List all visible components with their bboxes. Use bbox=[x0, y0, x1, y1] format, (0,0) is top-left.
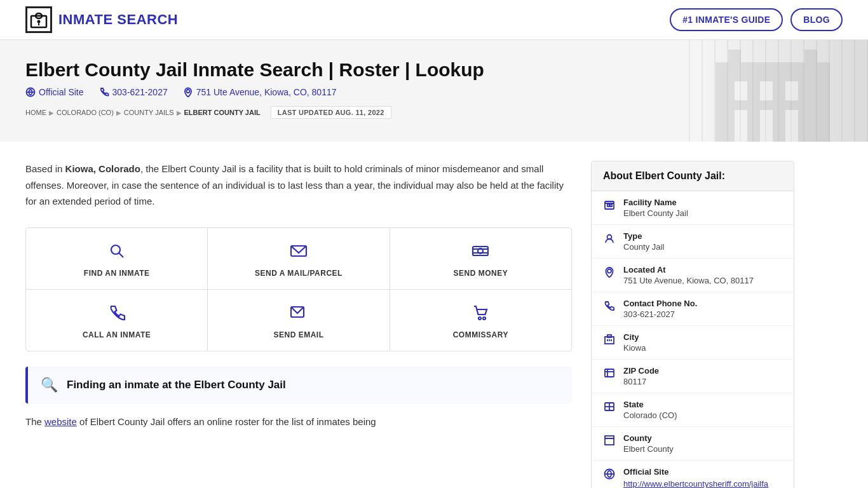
action-cell-find-inmate[interactable]: FIND AN INMATE bbox=[26, 228, 208, 289]
logo[interactable]: INMATE SEARCH bbox=[25, 6, 178, 33]
action-cell-send-email[interactable]: SEND EMAIL bbox=[208, 290, 390, 351]
send-email-label: SEND EMAIL bbox=[273, 330, 323, 339]
action-cell-send-money[interactable]: SEND MONEY bbox=[390, 228, 571, 289]
sidebar-value-link-official[interactable]: http://www.elbertcountysheriff.com/jailf… bbox=[623, 479, 768, 488]
sidebar-row-state: State Colorado (CO) bbox=[592, 393, 794, 427]
breadcrumb-county-jails[interactable]: COUNTY JAILS bbox=[124, 109, 174, 116]
sidebar-value-city: Kiowa bbox=[623, 343, 646, 353]
send-money-label: SEND MONEY bbox=[453, 269, 508, 278]
sidebar-icon-zip bbox=[603, 367, 616, 382]
sidebar-label-location: Located At bbox=[623, 265, 754, 274]
sidebar-label-county: County bbox=[623, 433, 674, 443]
sidebar: About Elbert County Jail: Facility Name … bbox=[591, 161, 794, 488]
send-email-icon bbox=[290, 304, 308, 324]
blog-button[interactable]: BLOG bbox=[790, 8, 843, 31]
sidebar-row-facility: Facility Name Elbert County Jail bbox=[592, 191, 794, 225]
svg-rect-12 bbox=[785, 110, 798, 142]
svg-rect-28 bbox=[610, 204, 612, 207]
commissary-label: COMMISSARY bbox=[453, 330, 508, 339]
call-inmate-label: CALL AN INMATE bbox=[83, 330, 151, 339]
svg-rect-7 bbox=[735, 81, 747, 100]
header: INMATE SEARCH #1 INMATE'S GUIDE BLOG bbox=[0, 0, 868, 40]
sidebar-icon-location bbox=[603, 266, 616, 281]
svg-rect-43 bbox=[605, 438, 614, 445]
svg-rect-5 bbox=[728, 50, 741, 65]
send-mail-icon bbox=[290, 242, 308, 262]
svg-rect-6 bbox=[804, 50, 817, 65]
sidebar-row-official: Official Site http://www.elbertcountyshe… bbox=[592, 461, 794, 488]
finding-section: 🔍 Finding an inmate at the Elbert County… bbox=[25, 367, 572, 403]
action-grid: FIND AN INMATE SEND A MAIL/PARCEL SEND M… bbox=[25, 227, 572, 351]
svg-point-2 bbox=[37, 20, 41, 24]
sidebar-rows: Facility Name Elbert County Jail Type Co… bbox=[592, 191, 794, 488]
sidebar-icon-state bbox=[603, 401, 616, 416]
svg-point-15 bbox=[111, 245, 120, 254]
sidebar-row-county: County Elbert County bbox=[592, 427, 794, 461]
main-layout: Based in Kiowa, Colorado, the Elbert Cou… bbox=[0, 142, 868, 488]
sidebar-row-city: City Kiowa bbox=[592, 326, 794, 360]
last-updated-badge: LAST UPDATED AUG. 11, 2022 bbox=[271, 106, 391, 119]
find-inmate-icon bbox=[108, 242, 126, 262]
sidebar-row-zip: ZIP Code 80117 bbox=[592, 360, 794, 393]
svg-point-31 bbox=[607, 269, 611, 273]
official-site-link[interactable]: Official Site bbox=[25, 87, 84, 97]
sidebar-label-type: Type bbox=[623, 231, 664, 241]
page-title: Elbert County Jail Inmate Search | Roste… bbox=[25, 59, 546, 81]
breadcrumb-home[interactable]: HOME bbox=[25, 109, 46, 116]
sidebar-label-facility: Facility Name bbox=[623, 198, 688, 207]
svg-rect-11 bbox=[760, 110, 773, 142]
sidebar-row-location: Located At 751 Ute Avenue, Kiowa, CO, 80… bbox=[592, 259, 794, 292]
sidebar-icon-facility bbox=[603, 199, 616, 214]
description-text: Based in Kiowa, Colorado, the Elbert Cou… bbox=[25, 161, 572, 210]
svg-point-14 bbox=[186, 90, 189, 93]
header-nav: #1 INMATE'S GUIDE BLOG bbox=[670, 8, 843, 31]
sidebar-value-phone: 303-621-2027 bbox=[623, 309, 697, 319]
action-cell-send-mail[interactable]: SEND A MAIL/PARCEL bbox=[208, 228, 390, 289]
logo-icon bbox=[25, 6, 52, 33]
sidebar-label-state: State bbox=[623, 400, 677, 409]
finding-title: Finding an inmate at the Elbert County J… bbox=[67, 379, 286, 391]
svg-rect-10 bbox=[735, 110, 747, 142]
svg-rect-44 bbox=[605, 436, 614, 438]
sidebar-card-header: About Elbert County Jail: bbox=[592, 161, 794, 191]
sidebar-label-official: Official Site bbox=[623, 467, 768, 477]
svg-point-24 bbox=[478, 317, 481, 320]
send-mail-label: SEND A MAIL/PARCEL bbox=[255, 269, 342, 278]
find-inmate-label: FIND AN INMATE bbox=[84, 269, 150, 278]
sidebar-row-type: Type County Jail bbox=[592, 225, 794, 259]
call-inmate-icon bbox=[108, 304, 126, 324]
sidebar-row-phone: Contact Phone No. 303-621-2027 bbox=[592, 292, 794, 326]
sidebar-value-county: Elbert County bbox=[623, 444, 674, 454]
sidebar-icon-type bbox=[603, 233, 616, 247]
action-cell-commissary[interactable]: COMMISSARY bbox=[390, 290, 571, 351]
send-money-icon bbox=[471, 242, 489, 262]
website-paragraph: The website of Elbert County Jail offers… bbox=[25, 414, 572, 430]
breadcrumb-state[interactable]: COLORADO (CO) bbox=[57, 109, 114, 116]
sidebar-icon-phone bbox=[603, 300, 616, 315]
breadcrumb-current: ELBERT COUNTY JAIL bbox=[184, 109, 261, 116]
sidebar-icon-official bbox=[603, 468, 616, 483]
svg-line-16 bbox=[119, 253, 123, 257]
sidebar-icon-county bbox=[603, 435, 616, 449]
hero-section: Elbert County Jail Inmate Search | Roste… bbox=[0, 40, 868, 142]
svg-rect-9 bbox=[785, 81, 798, 100]
hero-background bbox=[677, 40, 868, 142]
svg-rect-37 bbox=[605, 369, 614, 377]
sidebar-value-zip: 80117 bbox=[623, 377, 659, 386]
svg-point-25 bbox=[483, 317, 485, 320]
sidebar-label-zip: ZIP Code bbox=[623, 366, 659, 376]
svg-rect-8 bbox=[760, 81, 773, 100]
action-cell-call-inmate[interactable]: CALL AN INMATE bbox=[26, 290, 208, 351]
guide-button[interactable]: #1 INMATE'S GUIDE bbox=[670, 8, 783, 31]
finding-search-icon: 🔍 bbox=[41, 377, 58, 393]
sidebar-value-facility: Elbert County Jail bbox=[623, 208, 688, 218]
website-link[interactable]: website bbox=[44, 416, 77, 427]
sidebar-value-state: Colorado (CO) bbox=[623, 410, 677, 420]
sidebar-value-type: County Jail bbox=[623, 242, 664, 252]
sidebar-icon-city bbox=[603, 334, 616, 348]
svg-rect-27 bbox=[607, 204, 609, 207]
main-content: Based in Kiowa, Colorado, the Elbert Cou… bbox=[25, 161, 572, 488]
svg-rect-33 bbox=[607, 335, 611, 337]
sidebar-card: About Elbert County Jail: Facility Name … bbox=[591, 161, 794, 488]
phone-link[interactable]: 303-621-2027 bbox=[99, 87, 168, 97]
